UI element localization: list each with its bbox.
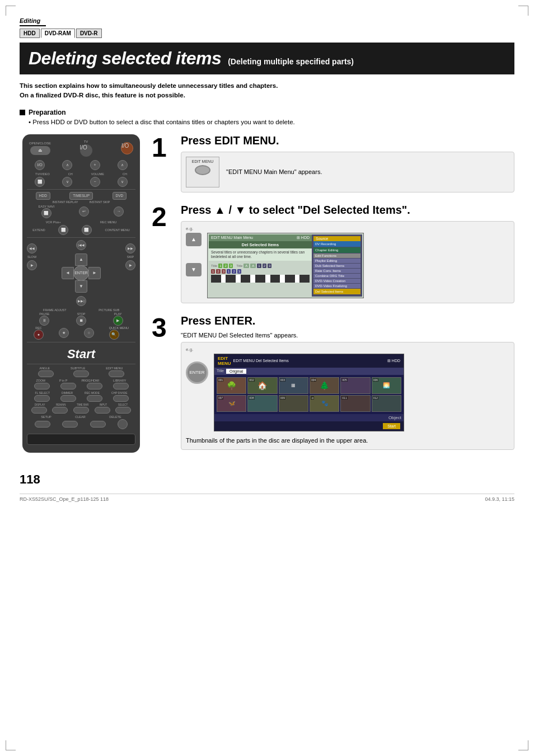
zoom-label: ZOOM bbox=[36, 379, 45, 382]
subtitle-button[interactable] bbox=[73, 370, 89, 377]
thumb-012: 012 bbox=[372, 395, 401, 412]
tab-dvd-ram[interactable]: DVD-RAM bbox=[41, 29, 75, 38]
step-3-image: e.g. ENTER EDITMENU bbox=[181, 342, 514, 450]
stop-button[interactable]: ⏹ bbox=[76, 316, 86, 326]
nav-right-button[interactable]: ► bbox=[88, 267, 101, 279]
extra-button[interactable] bbox=[118, 419, 128, 429]
tab-original[interactable]: Original bbox=[226, 369, 246, 374]
ch-down2-button[interactable]: ∨ bbox=[118, 177, 128, 187]
rec-menu-label: REC MENU bbox=[100, 220, 116, 224]
rec-mode-label: REC MODE bbox=[85, 391, 100, 395]
menu-screenshot: EDIT MENU Main Menu ⊞ HDD Del Selected I… bbox=[207, 233, 364, 298]
clear-label: CLEAR bbox=[75, 415, 85, 419]
picture-sub-label: PICTURE SUB bbox=[99, 308, 119, 312]
select-label: SELECT bbox=[118, 403, 128, 406]
subtitle-label: SUBTITLE bbox=[71, 367, 85, 370]
start-button[interactable]: Start bbox=[383, 423, 400, 429]
input-button[interactable] bbox=[95, 407, 110, 414]
footer-left: RD-XS52SU/SC_Ope_E_p118-125 118 bbox=[20, 496, 109, 502]
star-button[interactable]: ★ bbox=[59, 328, 69, 338]
section-label: Editing bbox=[20, 17, 46, 26]
input-label: INPUT bbox=[100, 403, 107, 406]
slow-label: SLOW bbox=[27, 255, 36, 259]
hdd-button[interactable]: HDD bbox=[36, 192, 50, 200]
step-1: 1 Press EDIT MENU. EDIT MENU "EDIT MENU … bbox=[152, 134, 514, 192]
skip-button[interactable]: → bbox=[114, 206, 124, 217]
rec-mode-button[interactable] bbox=[87, 395, 102, 402]
nav-left-button[interactable]: ◄ bbox=[62, 267, 74, 279]
thumb-010: ⊲ 🐾 bbox=[310, 395, 339, 412]
thumb-004: 004 🌲 bbox=[310, 377, 339, 394]
delete-button[interactable] bbox=[90, 421, 106, 428]
angle-button[interactable] bbox=[38, 370, 54, 377]
slow-button[interactable]: ◀◀ bbox=[27, 243, 37, 253]
thumb-005: 005 bbox=[340, 377, 370, 394]
edit-menu-label: EDIT MENU bbox=[106, 367, 123, 370]
fwd-button[interactable]: ▶ bbox=[125, 260, 135, 270]
plus-button[interactable]: + bbox=[90, 160, 100, 170]
ch-up-button[interactable]: ∧ bbox=[62, 160, 72, 170]
tv-power-button[interactable]: I/O bbox=[80, 144, 92, 157]
ch-down-button[interactable]: ∨ bbox=[62, 177, 72, 187]
dvd-button[interactable]: DVD bbox=[113, 192, 127, 200]
quick-menu-button[interactable]: 🔍 bbox=[109, 330, 119, 340]
p-in-p-button[interactable] bbox=[60, 383, 76, 389]
edit-menu-illustration: EDIT MENU bbox=[186, 157, 219, 187]
power-button[interactable]: I/O bbox=[121, 142, 133, 154]
play-button[interactable]: ▶ bbox=[113, 316, 123, 326]
step-1-desc: "EDIT MENU Main Menu" appears. bbox=[226, 168, 322, 175]
time-bar-button[interactable] bbox=[73, 407, 89, 414]
ch-up2-button[interactable]: ∧ bbox=[118, 160, 128, 170]
enter-button[interactable]: ENTER bbox=[73, 265, 89, 281]
step-1-title: Press EDIT MENU. bbox=[181, 134, 514, 147]
setup-button[interactable] bbox=[35, 421, 50, 428]
frame-adj-label: FRAME ADJUST bbox=[43, 308, 67, 312]
delete-label: DELETE bbox=[109, 415, 121, 419]
menu-item-dv-rec: DV Recording bbox=[313, 241, 360, 247]
dimmer-button[interactable] bbox=[60, 395, 76, 402]
thumb-003: 003 ▦ bbox=[279, 377, 308, 394]
thumb-009: 009 bbox=[279, 395, 308, 412]
select-button[interactable] bbox=[115, 407, 131, 414]
display-button[interactable] bbox=[31, 407, 47, 414]
circle-button[interactable]: ○ bbox=[84, 328, 94, 338]
library-button[interactable] bbox=[113, 383, 129, 389]
tab-dvd-r[interactable]: DVD-R bbox=[76, 29, 102, 38]
extend-button[interactable]: ⬜ bbox=[58, 225, 68, 235]
pause-button[interactable]: ⏸ bbox=[39, 316, 49, 326]
up-arrow-illustration: ▲ bbox=[186, 233, 202, 246]
fl-select-button[interactable] bbox=[34, 395, 50, 402]
prog-hdmi-button[interactable] bbox=[87, 383, 102, 389]
easy-nav-button[interactable]: ⬜ bbox=[41, 208, 51, 218]
tv-label: TV bbox=[84, 140, 88, 143]
tab-hdd[interactable]: HDD bbox=[20, 29, 40, 38]
preparation-text: Press HDD or DVD button to select a disc… bbox=[32, 119, 295, 125]
zoom-button[interactable] bbox=[34, 383, 50, 389]
menu-item-del-selected: Del Selected Items bbox=[313, 289, 360, 294]
nav-down-button[interactable]: ▼ bbox=[75, 280, 87, 293]
skip-back-button[interactable]: |◀◀ bbox=[76, 240, 86, 250]
nav-up-button[interactable]: ▲ bbox=[75, 253, 87, 266]
edit-menu-button[interactable] bbox=[109, 370, 124, 377]
io-button[interactable]: I/O bbox=[35, 160, 45, 170]
open-close-button[interactable]: ⏏ bbox=[30, 146, 50, 155]
skip-fwd-button[interactable]: ▶▶| bbox=[76, 296, 86, 306]
vol-down-button[interactable]: − bbox=[90, 177, 100, 187]
chp-divide-button[interactable] bbox=[113, 395, 129, 402]
chp-divide-label: CHP DIVIDE bbox=[111, 391, 128, 395]
play-back-button[interactable]: ▶ bbox=[27, 260, 37, 270]
step-3-number: 3 bbox=[152, 314, 173, 341]
skip2-button[interactable]: ▶▶ bbox=[125, 243, 135, 253]
ch-label: CH bbox=[68, 172, 73, 176]
step-1-number: 1 bbox=[152, 134, 173, 161]
tv-video-button[interactable]: ⬜ bbox=[35, 177, 45, 187]
clear-button[interactable] bbox=[62, 421, 78, 428]
remain-button[interactable] bbox=[52, 407, 68, 414]
extend-label: EXTEND bbox=[32, 228, 45, 232]
thumb-007: 007 🦋 bbox=[217, 395, 246, 412]
timeslip-button[interactable]: TIMESLIP bbox=[69, 192, 93, 200]
rec-button[interactable]: ● bbox=[34, 330, 44, 340]
replay-button[interactable]: ↩ bbox=[79, 206, 89, 217]
step-2-arrows: ▲ ▼ bbox=[186, 233, 202, 276]
content-menu-button[interactable]: ⬜ bbox=[82, 225, 92, 235]
